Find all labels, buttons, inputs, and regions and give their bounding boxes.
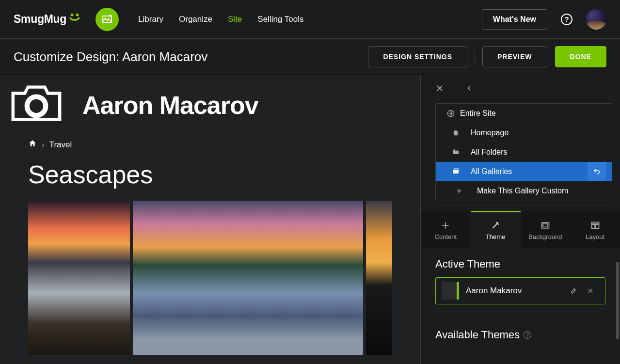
svg-rect-8: [543, 223, 548, 227]
available-themes-section: Available Themes ?: [421, 304, 620, 348]
scope-make-custom[interactable]: Make This Gallery Custom: [436, 181, 612, 201]
undo-icon[interactable]: [588, 162, 606, 181]
scrollbar[interactable]: [616, 262, 619, 339]
tab-label: Theme: [486, 233, 505, 240]
preview-button[interactable]: PREVIEW: [482, 46, 547, 67]
globe-icon: [442, 110, 460, 117]
scope-all-galleries[interactable]: All Galleries: [436, 162, 612, 181]
gallery-title: Seascapes: [0, 154, 420, 201]
design-settings-button[interactable]: DESIGN SETTINGS: [368, 46, 467, 67]
site-name: Aaron Macarov: [82, 91, 258, 120]
gallery-thumbnails: [0, 201, 420, 355]
preview-pane: Aaron Macarov › Travel Seascapes: [0, 75, 421, 364]
scope-label: Homepage: [471, 128, 509, 137]
home-icon[interactable]: [28, 139, 37, 150]
avatar[interactable]: [586, 9, 606, 30]
close-icon[interactable]: [582, 287, 599, 294]
theme-swatch: [442, 282, 459, 300]
thumbnail[interactable]: [28, 201, 130, 355]
nav-link-selling[interactable]: Selling Tools: [257, 15, 303, 24]
tab-layout[interactable]: Layout: [570, 211, 620, 248]
tab-label: Content: [435, 233, 457, 240]
thumbnail[interactable]: [133, 201, 363, 355]
scope-homepage[interactable]: Homepage: [436, 123, 612, 142]
divider: [475, 51, 475, 63]
section-title: Available Themes ?: [435, 329, 605, 341]
subheader: Customize Design: Aaron Macarov DESIGN S…: [0, 39, 620, 75]
close-icon[interactable]: [435, 84, 444, 95]
folders-icon: [441, 148, 471, 156]
nav-link-organize[interactable]: Organize: [179, 15, 212, 24]
logo[interactable]: SmugMug: [14, 11, 81, 27]
panel-tabs: Content Theme Background Layout: [421, 211, 620, 248]
page-title: Customize Design: Aaron Macarov: [14, 49, 207, 64]
whats-new-button[interactable]: What's New: [482, 9, 547, 30]
tab-theme[interactable]: Theme: [471, 211, 521, 248]
site-header: Aaron Macarov: [0, 75, 420, 135]
section-title: Active Theme: [435, 258, 605, 270]
camera-icon: [5, 82, 68, 128]
chevron-right-icon: ›: [42, 140, 45, 150]
plus-icon: [441, 188, 477, 194]
active-theme-section: Active Theme Aaron Makarov: [421, 248, 620, 304]
nav-link-library[interactable]: Library: [138, 15, 163, 24]
back-icon[interactable]: [466, 84, 473, 95]
right-panel: Entire Site Homepage All Folders All Gal…: [421, 75, 620, 364]
top-nav: SmugMug Library Organize Site Selling To…: [0, 0, 620, 39]
active-theme-card[interactable]: Aaron Makarov: [435, 277, 605, 304]
svg-rect-11: [595, 224, 599, 228]
tab-label: Layout: [586, 233, 604, 240]
upload-button[interactable]: [95, 8, 119, 31]
nav-links: Library Organize Site Selling Tools: [138, 15, 303, 24]
theme-name: Aaron Makarov: [466, 286, 564, 296]
breadcrumb: › Travel: [0, 135, 420, 154]
scope-label: All Folders: [471, 148, 508, 157]
galleries-icon: [441, 168, 471, 175]
scope-entire-site[interactable]: Entire Site: [436, 104, 612, 123]
logo-smile-icon: [68, 11, 81, 27]
svg-rect-10: [591, 224, 595, 228]
scope-selector: Entire Site Homepage All Folders All Gal…: [435, 103, 612, 201]
info-icon[interactable]: ?: [524, 331, 531, 339]
tab-background[interactable]: Background: [521, 211, 571, 248]
svg-point-0: [71, 14, 73, 16]
help-icon[interactable]: ?: [561, 14, 572, 25]
scope-all-folders[interactable]: All Folders: [436, 142, 612, 162]
tab-content[interactable]: Content: [421, 211, 471, 248]
scope-label: Entire Site: [460, 109, 496, 118]
logo-text: SmugMug: [14, 13, 66, 26]
svg-point-12: [574, 289, 575, 290]
nav-link-site[interactable]: Site: [228, 15, 242, 24]
svg-rect-9: [591, 222, 599, 223]
scope-label: All Galleries: [471, 167, 512, 176]
home-icon: [441, 129, 471, 137]
breadcrumb-item[interactable]: Travel: [49, 140, 72, 150]
thumbnail[interactable]: [366, 201, 392, 355]
done-button[interactable]: DONE: [555, 46, 606, 67]
svg-point-1: [77, 14, 78, 16]
section-title-text: Active Theme: [435, 258, 500, 270]
svg-point-3: [27, 97, 46, 116]
section-title-text: Available Themes: [435, 329, 520, 341]
wrench-icon[interactable]: [564, 287, 582, 295]
tab-label: Background: [528, 233, 562, 240]
scope-label: Make This Gallery Custom: [477, 187, 568, 195]
